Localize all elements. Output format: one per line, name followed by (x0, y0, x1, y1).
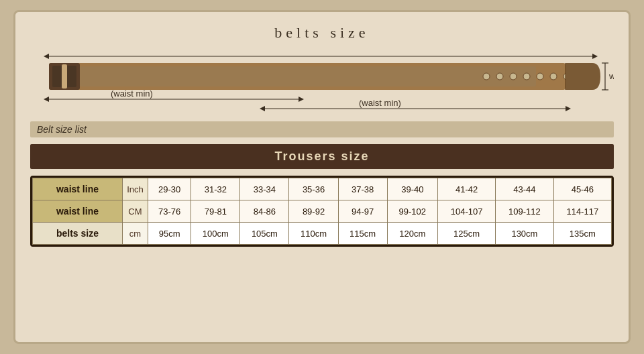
svg-text:width: width (608, 71, 614, 81)
data-cell: 73-76 (148, 200, 191, 223)
size-list-label: Belt size list (30, 121, 614, 137)
svg-marker-26 (566, 106, 571, 111)
svg-text:(waist min): (waist min) (111, 88, 153, 99)
data-cell: 130cm (496, 223, 553, 245)
data-cell: 79-81 (191, 200, 240, 223)
table-row: belts sizecm95cm100cm105cm110cm115cm120c… (33, 223, 612, 245)
data-cell: 29-30 (148, 178, 191, 200)
data-cell: 104-107 (437, 200, 495, 223)
unit-cell: cm (122, 223, 148, 245)
belt-svg: width (waist min) (waist min) (30, 51, 614, 115)
svg-marker-22 (299, 97, 304, 102)
data-cell: 114-117 (553, 200, 611, 223)
data-cell: 37-38 (338, 178, 387, 200)
svg-marker-1 (44, 54, 49, 59)
unit-cell: CM (122, 200, 148, 223)
table-row: waist lineInch29-3031-3233-3435-3637-383… (33, 178, 612, 200)
svg-rect-6 (62, 64, 67, 88)
row-label: waist line (33, 178, 123, 200)
data-cell: 43-44 (496, 178, 553, 200)
svg-point-11 (523, 73, 530, 80)
svg-point-10 (510, 73, 517, 80)
data-cell: 100cm (191, 223, 240, 245)
data-cell: 33-34 (240, 178, 289, 200)
page-title: belts size (30, 24, 614, 42)
data-cell: 31-32 (191, 178, 240, 200)
data-cell: 94-97 (338, 200, 387, 223)
row-label: waist line (33, 200, 123, 223)
size-data-table: waist lineInch29-3031-3233-3435-3637-383… (32, 178, 612, 245)
data-cell: 41-42 (437, 178, 495, 200)
svg-point-12 (537, 73, 543, 80)
svg-rect-7 (80, 66, 536, 86)
data-cell: 109-112 (496, 200, 553, 223)
data-cell: 84-86 (240, 200, 289, 223)
svg-text:(waist min): (waist min) (359, 98, 401, 108)
svg-point-13 (550, 73, 557, 80)
svg-marker-21 (44, 97, 49, 102)
svg-marker-25 (260, 106, 265, 111)
data-cell: 115cm (338, 223, 387, 245)
row-label: belts size (33, 223, 123, 245)
data-cell: 89-92 (289, 200, 338, 223)
data-cell: 99-102 (387, 200, 437, 223)
main-card: belts size (13, 10, 631, 344)
svg-point-9 (496, 73, 503, 80)
svg-point-8 (483, 73, 490, 80)
data-cell: 135cm (553, 223, 611, 245)
trousers-header: Trousers size (30, 144, 614, 169)
data-cell: 120cm (387, 223, 437, 245)
data-cell: 110cm (289, 223, 338, 245)
data-cell: 35-36 (289, 178, 338, 200)
table-row: waist lineCM73-7679-8184-8689-9294-9799-… (33, 200, 612, 223)
data-cell: 45-46 (553, 178, 611, 200)
data-cell: 125cm (437, 223, 495, 245)
data-cell: 95cm (148, 223, 191, 245)
belt-diagram: width (waist min) (waist min) (30, 51, 614, 115)
unit-cell: Inch (122, 178, 148, 200)
svg-marker-2 (592, 54, 598, 59)
data-cell: 39-40 (387, 178, 437, 200)
data-cell: 105cm (240, 223, 289, 245)
size-table: waist lineInch29-3031-3233-3435-3637-383… (30, 176, 614, 247)
